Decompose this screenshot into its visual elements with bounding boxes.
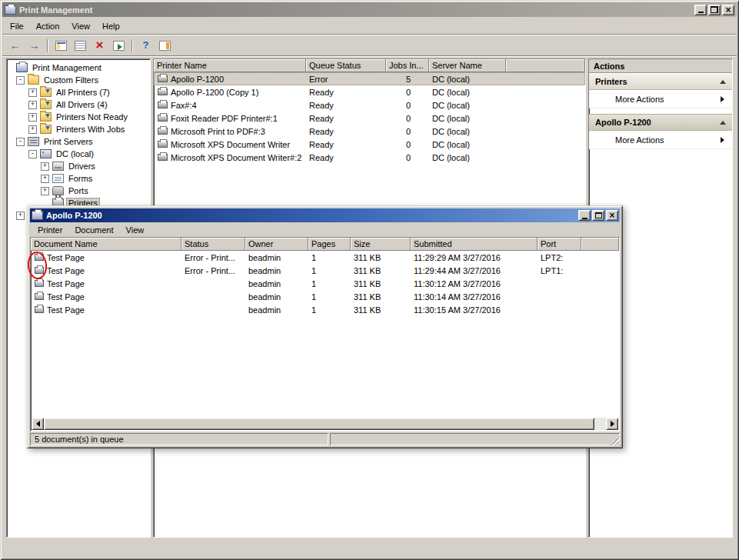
main-menu-file[interactable]: File (4, 19, 30, 33)
jobs-cell: 0 (386, 138, 429, 151)
printer-row[interactable]: Apollo P-1200Error5DC (local) (154, 72, 585, 85)
document-row[interactable]: Test Pagebeadmin1311 KB11:30:14 AM 3/27/… (31, 290, 619, 303)
document-row[interactable]: Test Pagebeadmin1311 KB11:30:15 AM 3/27/… (31, 303, 619, 316)
column-header-document-name[interactable]: Document Name (31, 238, 181, 251)
tree-indent (8, 142, 16, 142)
close-button[interactable]: × (722, 5, 734, 15)
document-icon (35, 280, 44, 287)
maximize-button[interactable] (592, 210, 604, 221)
queue-menu-document[interactable]: Document (68, 223, 119, 237)
column-header-filler (506, 59, 585, 72)
help-toolbar-button[interactable] (137, 37, 155, 54)
tree-expander-icon[interactable]: + (41, 162, 49, 171)
close-icon: × (725, 5, 731, 15)
tree-item[interactable]: +Forms (8, 172, 150, 185)
actions-section-header[interactable]: Apollo P-1200 (589, 114, 732, 131)
printer-name-cell: Foxit Reader PDF Printer#:1 (154, 112, 306, 125)
collapse-chevron-icon[interactable] (720, 121, 726, 125)
column-header-submitted[interactable]: Submitted (411, 238, 538, 251)
tree-expander-icon[interactable]: + (28, 101, 37, 109)
tree-expander-icon[interactable]: + (16, 212, 25, 220)
printer-row[interactable]: Microsoft Print to PDF#:3Ready0DC (local… (154, 125, 585, 138)
collapse-chevron-icon[interactable] (720, 80, 726, 84)
printer-row[interactable]: Fax#:4Ready0DC (local) (154, 98, 585, 112)
help-icon (143, 40, 149, 51)
main-menu-action[interactable]: Action (30, 19, 66, 33)
section-title: Printers (595, 77, 627, 86)
toolbar (2, 35, 737, 56)
column-header-owner[interactable]: Owner (245, 238, 308, 251)
tree-expander-icon[interactable]: - (16, 76, 25, 85)
tree-label: All Drivers (4) (54, 99, 110, 110)
tree-item[interactable]: Print Management (8, 62, 150, 74)
column-header-size[interactable]: Size (351, 238, 411, 251)
column-header-queue-status[interactable]: Queue Status (306, 59, 386, 72)
restore-button[interactable] (708, 5, 721, 15)
main-menu-help[interactable]: Help (96, 19, 126, 33)
column-header-pages[interactable]: Pages (308, 238, 351, 251)
printer-window-icon (32, 211, 43, 220)
status-cell: Error - Print... (181, 251, 245, 264)
window-title: Print Management (19, 5, 691, 15)
scroll-right-button[interactable] (606, 418, 618, 430)
tree-item[interactable]: +All Printers (7) (8, 86, 150, 98)
tree-item[interactable]: +Printers With Jobs (8, 123, 150, 135)
minimize-button[interactable] (694, 5, 707, 15)
back-toolbar-button[interactable] (6, 37, 24, 54)
document-row[interactable]: Test PageError - Print...beadmin1311 KB1… (31, 264, 619, 277)
delete-toolbar-button[interactable] (91, 37, 108, 54)
console-tree-toolbar-button[interactable] (52, 37, 70, 54)
actions-section-header[interactable]: Printers (589, 73, 732, 90)
column-header-port[interactable]: Port (538, 238, 581, 251)
tree-item[interactable]: +Drivers (8, 160, 150, 172)
jobs-cell: 5 (386, 72, 429, 85)
minimize-button[interactable] (578, 210, 591, 221)
tree-item[interactable]: -Print Servers (8, 135, 150, 148)
servers-icon (28, 137, 39, 146)
tree-item[interactable]: -Custom Filters (8, 74, 150, 86)
delete-icon (96, 40, 104, 51)
print-queue-window[interactable]: Apollo P-1200 × PrinterDocumentView Docu… (27, 205, 623, 448)
document-name-cell: Test Page (31, 277, 181, 290)
column-header-status[interactable]: Status (181, 238, 245, 251)
queue-title-bar[interactable]: Apollo P-1200 × (30, 208, 620, 222)
list-view-toolbar-button[interactable] (72, 37, 89, 54)
tree-item[interactable]: +All Drivers (4) (8, 98, 150, 111)
export-toolbar-button[interactable] (110, 37, 128, 54)
tree-item[interactable]: +Ports (8, 185, 150, 197)
pages-cell: 1 (308, 290, 351, 303)
printer-row[interactable]: Microsoft XPS Document Writer#:2Ready0DC… (154, 151, 585, 164)
more-actions-item[interactable]: More Actions (589, 131, 732, 149)
scroll-left-button[interactable] (32, 418, 44, 430)
queue-document-list[interactable]: Document NameStatusOwnerPagesSizeSubmitt… (30, 237, 620, 432)
submenu-arrow-icon (721, 96, 724, 102)
queue-hscrollbar[interactable] (32, 418, 618, 430)
action-pane-toolbar-button[interactable] (156, 37, 174, 54)
column-header-server-name[interactable]: Server Name (429, 59, 506, 72)
tree-expander-icon[interactable]: + (41, 175, 49, 183)
printer-row[interactable]: Apollo P-1200 (Copy 1)Ready0DC (local) (154, 85, 585, 98)
tree-expander-icon[interactable]: - (16, 138, 25, 146)
tree-expander-icon[interactable]: + (28, 125, 37, 134)
printer-row[interactable]: Foxit Reader PDF Printer#:1Ready0DC (loc… (154, 112, 585, 125)
tree-item[interactable]: +Printers Not Ready (8, 111, 150, 123)
column-header-printer-name[interactable]: Printer Name (154, 59, 306, 72)
tree-expander-icon[interactable]: + (41, 187, 49, 195)
forward-toolbar-button[interactable] (25, 37, 43, 54)
title-bar[interactable]: Print Management × (2, 2, 737, 17)
column-header-jobs-in-[interactable]: Jobs In... (386, 59, 429, 72)
tree-item[interactable]: -DC (local) (8, 148, 150, 160)
close-button[interactable]: × (606, 210, 618, 221)
printer-row[interactable]: Microsoft XPS Document WriterReady0DC (l… (154, 138, 585, 151)
tree-expander-icon[interactable]: + (28, 113, 37, 122)
queue-menu-printer[interactable]: Printer (32, 223, 68, 237)
queue-status-bar: 5 document(s) in queue (30, 432, 620, 445)
tree-expander-icon[interactable]: - (28, 150, 37, 158)
main-menu-view[interactable]: View (65, 19, 96, 33)
queue-menu-view[interactable]: View (120, 223, 151, 237)
scroll-thumb[interactable] (44, 418, 594, 430)
tree-expander-icon[interactable]: + (28, 88, 37, 97)
document-row[interactable]: Test PageError - Print...beadmin1311 KB1… (31, 251, 619, 264)
document-row[interactable]: Test Pagebeadmin1311 KB11:30:12 AM 3/27/… (31, 277, 619, 290)
more-actions-item[interactable]: More Actions (589, 90, 732, 108)
